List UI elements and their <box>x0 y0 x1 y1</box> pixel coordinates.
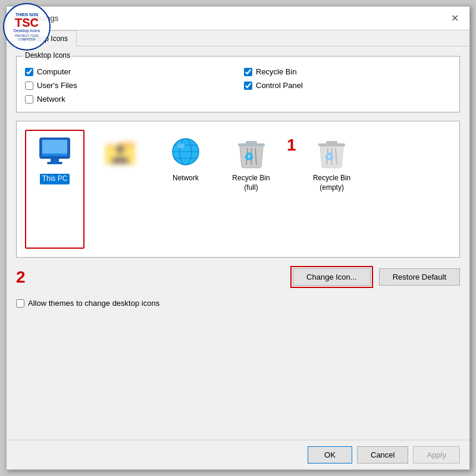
tab-bar: Desktop Icons <box>7 30 469 46</box>
checkbox-users-files[interactable]: User's Files <box>25 81 232 90</box>
svg-rect-4 <box>42 154 67 156</box>
dialog-body: Desktop Icons Computer Recycle Bin User'… <box>7 46 469 440</box>
this-pc-label: This PC <box>40 174 70 184</box>
icon-settings-dialog: Icon Settings ✕ Desktop Icons Desktop Ic… <box>6 6 470 470</box>
close-button[interactable]: ✕ <box>447 11 462 26</box>
restore-default-button[interactable]: Restore Default <box>379 268 460 286</box>
checkbox-recycle-bin[interactable]: Recycle Bin <box>244 67 451 76</box>
recycle-bin-full-icon: ♻ <box>233 134 269 170</box>
svg-rect-3 <box>47 162 62 164</box>
icon-recycle-bin-empty[interactable]: ♻ Recycle Bin(empty) <box>302 130 362 249</box>
svg-rect-14 <box>246 141 257 144</box>
dialog-footer: OK Cancel Apply <box>7 440 469 469</box>
network-icon <box>168 134 203 170</box>
change-icon-button[interactable]: Change Icon... <box>293 268 371 286</box>
annotation-2: 2 <box>16 268 26 287</box>
allow-themes-row[interactable]: Allow themes to change desktop icons <box>16 299 460 308</box>
network-label: Network <box>173 174 199 183</box>
annotation-1: 1 <box>287 136 296 155</box>
svg-text:♻: ♻ <box>324 151 334 163</box>
ok-button[interactable]: OK <box>308 446 352 464</box>
tsc-watermark: THIEN SON TSC Desktop.Icons PROTECT YOUR… <box>3 3 51 51</box>
annotation-1-container: 1 <box>287 130 296 249</box>
svg-rect-20 <box>326 141 337 144</box>
user-files-icon <box>102 134 138 170</box>
title-bar: Icon Settings ✕ <box>7 7 469 30</box>
checkboxes-grid: Computer Recycle Bin User's Files Contro… <box>25 67 451 104</box>
svg-point-12 <box>177 143 184 148</box>
allow-themes-label: Allow themes to change desktop icons <box>28 299 159 308</box>
svg-rect-1 <box>42 140 67 156</box>
svg-text:♻: ♻ <box>244 151 253 163</box>
recycle-bin-empty-label: Recycle Bin(empty) <box>313 174 350 192</box>
checkbox-recycle-bin-input[interactable] <box>244 68 252 76</box>
recycle-bin-full-label: Recycle Bin(full) <box>232 174 270 192</box>
checkbox-control-panel[interactable]: Control Panel <box>244 81 451 90</box>
cancel-button[interactable]: Cancel <box>357 446 408 464</box>
icon-network[interactable]: Network <box>156 130 215 249</box>
dialog-title: Icon Settings <box>14 14 447 23</box>
change-icon-row: 2 Change Icon... Restore Default <box>16 266 460 288</box>
recycle-bin-empty-icon: ♻ <box>314 134 350 170</box>
checkbox-users-files-input[interactable] <box>25 82 33 90</box>
change-icon-btn-wrap: Change Icon... <box>290 266 373 288</box>
checkbox-network[interactable]: Network <box>25 95 232 104</box>
svg-rect-2 <box>51 158 59 162</box>
desktop-icons-group: Desktop Icons Computer Recycle Bin User'… <box>16 56 460 112</box>
svg-point-6 <box>116 145 124 154</box>
icon-user-files[interactable] <box>90 130 150 249</box>
group-label: Desktop Icons <box>23 51 73 60</box>
checkbox-computer-input[interactable] <box>25 68 33 76</box>
icon-this-pc[interactable]: This PC <box>25 130 84 249</box>
checkbox-computer[interactable]: Computer <box>25 67 232 76</box>
checkbox-control-panel-input[interactable] <box>244 82 252 90</box>
checkbox-network-input[interactable] <box>25 95 33 104</box>
apply-button[interactable]: Apply <box>413 446 460 464</box>
icons-container: This PC <box>16 121 460 258</box>
allow-themes-checkbox[interactable] <box>16 299 24 308</box>
this-pc-icon <box>37 134 73 170</box>
icon-recycle-bin-full[interactable]: ♻ Recycle Bin(full) <box>221 130 281 249</box>
